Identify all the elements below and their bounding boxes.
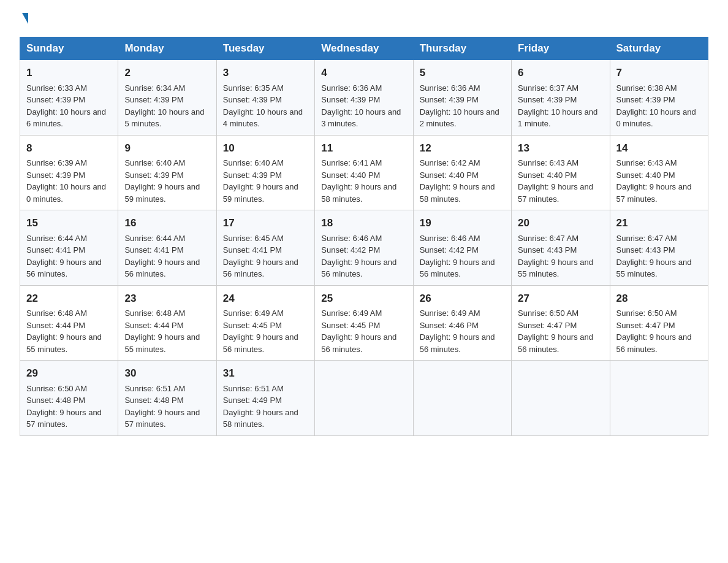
day-info: Sunrise: 6:40 AMSunset: 4:39 PMDaylight:… <box>124 158 200 204</box>
calendar-day-cell: 13 Sunrise: 6:43 AMSunset: 4:40 PMDaylig… <box>512 135 610 210</box>
day-info: Sunrise: 6:38 AMSunset: 4:39 PMDaylight:… <box>616 83 696 129</box>
day-of-week-header: Tuesday <box>216 37 314 60</box>
day-number: 18 <box>321 215 406 231</box>
day-number: 26 <box>420 291 505 307</box>
day-number: 4 <box>321 65 406 81</box>
day-info: Sunrise: 6:44 AMSunset: 4:41 PMDaylight:… <box>124 234 200 279</box>
day-info: Sunrise: 6:37 AMSunset: 4:39 PMDaylight:… <box>518 83 597 129</box>
calendar-day-cell: 1 Sunrise: 6:33 AMSunset: 4:39 PMDayligh… <box>20 60 118 136</box>
logo-triangle-icon <box>22 13 28 24</box>
day-info: Sunrise: 6:51 AMSunset: 4:48 PMDaylight:… <box>124 384 200 429</box>
calendar-day-cell: 25 Sunrise: 6:49 AMSunset: 4:45 PMDaylig… <box>315 285 413 361</box>
calendar-day-cell: 10 Sunrise: 6:40 AMSunset: 4:39 PMDaylig… <box>216 135 314 210</box>
day-info: Sunrise: 6:36 AMSunset: 4:39 PMDaylight:… <box>321 83 401 129</box>
day-number: 5 <box>420 65 505 81</box>
day-number: 15 <box>26 215 112 231</box>
calendar-day-cell: 22 Sunrise: 6:48 AMSunset: 4:44 PMDaylig… <box>20 285 118 361</box>
day-number: 11 <box>321 140 406 156</box>
calendar-day-cell: 20 Sunrise: 6:47 AMSunset: 4:43 PMDaylig… <box>512 210 610 286</box>
calendar-day-cell: 26 Sunrise: 6:49 AMSunset: 4:46 PMDaylig… <box>413 285 511 361</box>
day-info: Sunrise: 6:50 AMSunset: 4:47 PMDaylight:… <box>518 308 593 354</box>
day-number: 10 <box>223 140 308 156</box>
day-number: 24 <box>223 291 308 307</box>
day-info: Sunrise: 6:33 AMSunset: 4:39 PMDaylight:… <box>26 83 106 129</box>
day-info: Sunrise: 6:47 AMSunset: 4:43 PMDaylight:… <box>616 234 692 279</box>
day-number: 6 <box>518 65 603 81</box>
day-info: Sunrise: 6:45 AMSunset: 4:41 PMDaylight:… <box>223 234 298 279</box>
day-number: 13 <box>518 140 603 156</box>
calendar-day-cell: 11 Sunrise: 6:41 AMSunset: 4:40 PMDaylig… <box>315 135 413 210</box>
day-info: Sunrise: 6:46 AMSunset: 4:42 PMDaylight:… <box>321 234 396 279</box>
day-number: 21 <box>616 215 702 231</box>
calendar-day-cell: 16 Sunrise: 6:44 AMSunset: 4:41 PMDaylig… <box>118 210 216 286</box>
calendar-day-cell: 12 Sunrise: 6:42 AMSunset: 4:40 PMDaylig… <box>413 135 511 210</box>
calendar-header-row: SundayMondayTuesdayWednesdayThursdayFrid… <box>20 37 708 60</box>
day-info: Sunrise: 6:44 AMSunset: 4:41 PMDaylight:… <box>26 234 102 279</box>
calendar-week-row: 8 Sunrise: 6:39 AMSunset: 4:39 PMDayligh… <box>20 135 708 210</box>
calendar-day-cell <box>512 361 610 436</box>
day-info: Sunrise: 6:43 AMSunset: 4:40 PMDaylight:… <box>518 158 593 204</box>
day-number: 23 <box>124 291 210 307</box>
day-info: Sunrise: 6:36 AMSunset: 4:39 PMDaylight:… <box>420 83 499 129</box>
day-info: Sunrise: 6:39 AMSunset: 4:39 PMDaylight:… <box>26 158 106 204</box>
calendar-day-cell: 17 Sunrise: 6:45 AMSunset: 4:41 PMDaylig… <box>216 210 314 286</box>
calendar-day-cell: 31 Sunrise: 6:51 AMSunset: 4:49 PMDaylig… <box>216 361 314 436</box>
day-info: Sunrise: 6:42 AMSunset: 4:40 PMDaylight:… <box>420 158 495 204</box>
calendar-week-row: 1 Sunrise: 6:33 AMSunset: 4:39 PMDayligh… <box>20 60 708 136</box>
day-info: Sunrise: 6:48 AMSunset: 4:44 PMDaylight:… <box>26 308 102 354</box>
calendar-day-cell: 9 Sunrise: 6:40 AMSunset: 4:39 PMDayligh… <box>118 135 216 210</box>
calendar-day-cell: 2 Sunrise: 6:34 AMSunset: 4:39 PMDayligh… <box>118 60 216 136</box>
day-number: 31 <box>223 366 308 381</box>
calendar-day-cell: 6 Sunrise: 6:37 AMSunset: 4:39 PMDayligh… <box>512 60 610 136</box>
calendar-day-cell: 27 Sunrise: 6:50 AMSunset: 4:47 PMDaylig… <box>512 285 610 361</box>
day-info: Sunrise: 6:48 AMSunset: 4:44 PMDaylight:… <box>124 308 200 354</box>
day-info: Sunrise: 6:50 AMSunset: 4:47 PMDaylight:… <box>616 308 692 354</box>
logo <box>20 15 28 26</box>
day-number: 2 <box>124 65 210 81</box>
calendar-day-cell: 4 Sunrise: 6:36 AMSunset: 4:39 PMDayligh… <box>315 60 413 136</box>
day-info: Sunrise: 6:47 AMSunset: 4:43 PMDaylight:… <box>518 234 593 279</box>
calendar-day-cell: 5 Sunrise: 6:36 AMSunset: 4:39 PMDayligh… <box>413 60 511 136</box>
day-number: 12 <box>420 140 505 156</box>
calendar-week-row: 15 Sunrise: 6:44 AMSunset: 4:41 PMDaylig… <box>20 210 708 286</box>
calendar-table: SundayMondayTuesdayWednesdayThursdayFrid… <box>20 37 708 436</box>
day-number: 30 <box>124 366 210 381</box>
calendar-day-cell <box>315 361 413 436</box>
calendar-day-cell: 29 Sunrise: 6:50 AMSunset: 4:48 PMDaylig… <box>20 361 118 436</box>
day-info: Sunrise: 6:35 AMSunset: 4:39 PMDaylight:… <box>223 83 303 129</box>
day-number: 8 <box>26 140 112 156</box>
day-number: 7 <box>616 65 702 81</box>
day-info: Sunrise: 6:40 AMSunset: 4:39 PMDaylight:… <box>223 158 298 204</box>
calendar-day-cell: 7 Sunrise: 6:38 AMSunset: 4:39 PMDayligh… <box>610 60 708 136</box>
calendar-day-cell: 18 Sunrise: 6:46 AMSunset: 4:42 PMDaylig… <box>315 210 413 286</box>
day-number: 25 <box>321 291 406 307</box>
day-info: Sunrise: 6:41 AMSunset: 4:40 PMDaylight:… <box>321 158 396 204</box>
calendar-week-row: 22 Sunrise: 6:48 AMSunset: 4:44 PMDaylig… <box>20 285 708 361</box>
day-info: Sunrise: 6:49 AMSunset: 4:46 PMDaylight:… <box>420 308 495 354</box>
day-number: 22 <box>26 291 112 307</box>
calendar-day-cell: 3 Sunrise: 6:35 AMSunset: 4:39 PMDayligh… <box>216 60 314 136</box>
calendar-day-cell: 30 Sunrise: 6:51 AMSunset: 4:48 PMDaylig… <box>118 361 216 436</box>
day-number: 29 <box>26 366 112 381</box>
calendar-day-cell <box>610 361 708 436</box>
day-info: Sunrise: 6:49 AMSunset: 4:45 PMDaylight:… <box>223 308 298 354</box>
day-of-week-header: Wednesday <box>315 37 413 60</box>
day-number: 3 <box>223 65 308 81</box>
day-number: 9 <box>124 140 210 156</box>
day-number: 1 <box>26 65 112 81</box>
calendar-day-cell: 23 Sunrise: 6:48 AMSunset: 4:44 PMDaylig… <box>118 285 216 361</box>
day-number: 19 <box>420 215 505 231</box>
calendar-week-row: 29 Sunrise: 6:50 AMSunset: 4:48 PMDaylig… <box>20 361 708 436</box>
calendar-day-cell <box>413 361 511 436</box>
day-info: Sunrise: 6:51 AMSunset: 4:49 PMDaylight:… <box>223 384 298 429</box>
calendar-day-cell: 15 Sunrise: 6:44 AMSunset: 4:41 PMDaylig… <box>20 210 118 286</box>
calendar-day-cell: 8 Sunrise: 6:39 AMSunset: 4:39 PMDayligh… <box>20 135 118 210</box>
day-info: Sunrise: 6:50 AMSunset: 4:48 PMDaylight:… <box>26 384 102 429</box>
page-header <box>20 15 708 26</box>
day-of-week-header: Monday <box>118 37 216 60</box>
day-number: 28 <box>616 291 702 307</box>
calendar-day-cell: 21 Sunrise: 6:47 AMSunset: 4:43 PMDaylig… <box>610 210 708 286</box>
day-of-week-header: Thursday <box>413 37 511 60</box>
day-info: Sunrise: 6:34 AMSunset: 4:39 PMDaylight:… <box>124 83 204 129</box>
day-number: 17 <box>223 215 308 231</box>
